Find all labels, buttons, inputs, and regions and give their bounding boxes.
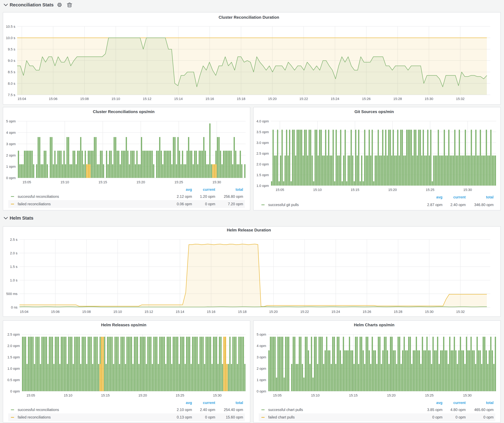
svg-text:2.0 opm: 2.0 opm <box>7 344 20 348</box>
svg-text:avg: avg <box>436 401 443 405</box>
svg-text:successful reconciliations: successful reconciliations <box>18 194 59 199</box>
svg-text:15:20: 15:20 <box>387 394 396 397</box>
svg-text:2.40 opm: 2.40 opm <box>450 203 466 207</box>
svg-text:15:12: 15:12 <box>144 310 153 314</box>
svg-text:15:16: 15:16 <box>207 310 215 314</box>
svg-text:total: total <box>486 195 493 199</box>
svg-text:successful chart pulls: successful chart pulls <box>268 408 303 412</box>
svg-text:2.87 opm: 2.87 opm <box>427 203 443 207</box>
svg-text:2.5 opm: 2.5 opm <box>257 152 269 155</box>
svg-text:1.5 opm: 1.5 opm <box>257 173 269 177</box>
svg-text:0 opm: 0 opm <box>205 415 215 419</box>
svg-text:8.5 s: 8.5 s <box>8 70 15 74</box>
svg-text:15:30: 15:30 <box>425 97 433 101</box>
svg-text:500 ms: 500 ms <box>6 292 18 296</box>
svg-text:2.40 opm: 2.40 opm <box>200 408 215 412</box>
svg-text:15:20: 15:20 <box>137 180 145 184</box>
svg-text:7.5 s: 7.5 s <box>8 93 15 97</box>
svg-text:15:08: 15:08 <box>80 97 89 101</box>
svg-text:1.20 opm: 1.20 opm <box>200 194 215 199</box>
svg-text:current: current <box>203 401 215 405</box>
svg-text:15:15: 15:15 <box>349 394 358 397</box>
svg-text:15:18: 15:18 <box>237 97 245 101</box>
svg-text:15:30: 15:30 <box>463 394 472 397</box>
svg-text:Helm Stats: Helm Stats <box>10 215 33 221</box>
svg-text:0 opm: 0 opm <box>483 415 493 419</box>
svg-text:10.0 s: 10.0 s <box>6 36 15 40</box>
svg-text:15:26: 15:26 <box>363 310 371 314</box>
svg-text:2.5 s: 2.5 s <box>10 238 18 241</box>
svg-text:15:15: 15:15 <box>101 394 110 397</box>
svg-text:1.5 s: 1.5 s <box>10 265 18 269</box>
svg-text:successful reconciliations: successful reconciliations <box>18 408 59 412</box>
svg-text:3 opm: 3 opm <box>6 142 16 146</box>
svg-text:15:18: 15:18 <box>238 310 246 314</box>
svg-text:15:20: 15:20 <box>138 394 147 397</box>
svg-text:15:24: 15:24 <box>331 310 340 314</box>
svg-text:15:10: 15:10 <box>111 97 120 101</box>
svg-text:0 opm: 0 opm <box>257 389 266 393</box>
svg-text:15:05: 15:05 <box>273 394 282 397</box>
svg-text:1.0 opm: 1.0 opm <box>7 367 20 370</box>
svg-text:Helm Charts ops/min: Helm Charts ops/min <box>354 323 395 327</box>
svg-text:2.5 opm: 2.5 opm <box>7 333 20 336</box>
svg-text:15:30: 15:30 <box>463 188 472 192</box>
svg-text:15:04: 15:04 <box>18 97 26 101</box>
svg-text:15:24: 15:24 <box>331 97 339 101</box>
svg-text:15:10: 15:10 <box>313 188 322 192</box>
svg-text:15:28: 15:28 <box>393 97 402 101</box>
svg-text:Helm Release Duration: Helm Release Duration <box>227 228 271 232</box>
svg-text:0 opm: 0 opm <box>432 415 443 419</box>
svg-text:current: current <box>453 401 466 405</box>
svg-text:1.5 opm: 1.5 opm <box>7 355 20 359</box>
svg-text:1.0 s: 1.0 s <box>10 278 18 282</box>
svg-text:avg: avg <box>186 188 192 192</box>
svg-text:15:20: 15:20 <box>388 188 397 192</box>
svg-text:Cluster Reconciliations ops/mi: Cluster Reconciliations ops/min <box>93 109 155 114</box>
svg-text:7.20 opm: 7.20 opm <box>228 202 243 206</box>
svg-text:4.0 opm: 4.0 opm <box>257 119 269 123</box>
svg-text:failed reconciliations: failed reconciliations <box>18 415 51 419</box>
svg-text:total: total <box>235 188 243 192</box>
svg-text:15:30: 15:30 <box>212 180 221 184</box>
svg-text:15:05: 15:05 <box>26 394 35 397</box>
svg-text:failed chart pulls: failed chart pulls <box>268 415 295 419</box>
svg-text:2 opm: 2 opm <box>6 153 16 157</box>
svg-text:2.10 opm: 2.10 opm <box>177 408 192 412</box>
svg-text:15:20: 15:20 <box>269 310 278 314</box>
svg-text:3 opm: 3 opm <box>257 355 266 359</box>
svg-text:3.5 opm: 3.5 opm <box>257 130 269 134</box>
svg-text:15:22: 15:22 <box>300 310 309 314</box>
svg-text:465.60 opm: 465.60 opm <box>474 408 493 412</box>
svg-text:2.0 s: 2.0 s <box>10 251 18 255</box>
svg-text:avg: avg <box>436 195 443 199</box>
svg-text:15:06: 15:06 <box>51 310 60 314</box>
svg-text:15:25: 15:25 <box>176 394 184 397</box>
svg-text:15:04: 15:04 <box>20 310 28 314</box>
svg-text:15:26: 15:26 <box>362 97 371 101</box>
svg-text:15:30: 15:30 <box>425 310 433 314</box>
svg-text:4 opm: 4 opm <box>257 344 266 348</box>
svg-text:total: total <box>486 401 493 405</box>
svg-text:0 opm: 0 opm <box>205 202 215 206</box>
svg-text:successful git pulls: successful git pulls <box>268 203 299 207</box>
svg-text:15:10: 15:10 <box>60 180 69 184</box>
svg-text:4 opm: 4 opm <box>6 131 16 135</box>
svg-text:256.80 opm: 256.80 opm <box>224 194 243 199</box>
svg-text:Helm Releases ops/min: Helm Releases ops/min <box>101 323 146 327</box>
svg-text:0 opm: 0 opm <box>456 415 466 419</box>
svg-text:0.13 opm: 0.13 opm <box>177 415 192 419</box>
svg-text:15:05: 15:05 <box>276 188 284 192</box>
svg-text:3.85 opm: 3.85 opm <box>427 408 443 412</box>
svg-text:15:10: 15:10 <box>311 394 320 397</box>
svg-text:5 opm: 5 opm <box>6 119 16 123</box>
svg-text:15:22: 15:22 <box>299 97 308 101</box>
svg-text:15:15: 15:15 <box>98 180 107 184</box>
svg-text:15:32: 15:32 <box>456 97 465 101</box>
svg-text:15:14: 15:14 <box>174 97 183 101</box>
svg-text:15:08: 15:08 <box>82 310 91 314</box>
svg-text:15:15: 15:15 <box>351 188 359 192</box>
svg-text:15:10: 15:10 <box>64 394 72 397</box>
svg-text:total: total <box>235 401 243 405</box>
svg-text:15:16: 15:16 <box>205 97 214 101</box>
